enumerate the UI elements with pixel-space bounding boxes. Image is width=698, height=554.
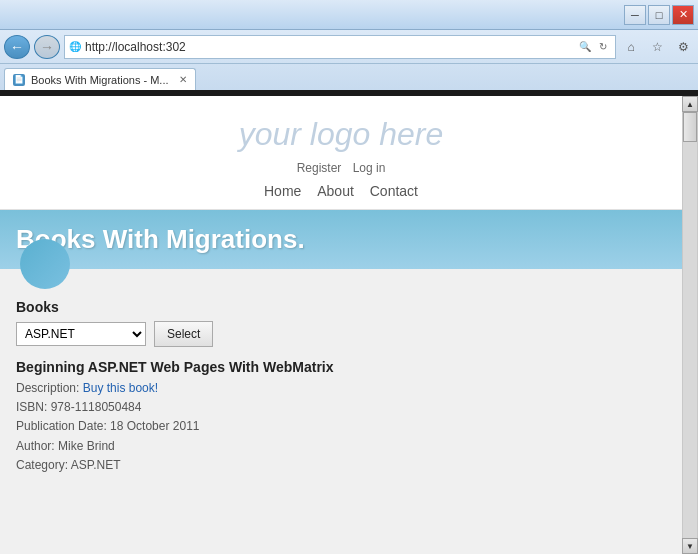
books-dropdown[interactable]: ASP.NET Entity Framework MVC WebMatrix [16, 322, 146, 346]
scroll-down-button[interactable]: ▼ [682, 538, 698, 554]
books-select-row: ASP.NET Entity Framework MVC WebMatrix S… [16, 321, 666, 347]
book-isbn: ISBN: 978-1118050484 [16, 398, 666, 417]
browser-chrome: ← → 🌐 http://localhost:302 🔍 ↻ ⌂ ☆ ⚙ 📄 B… [0, 30, 698, 96]
forward-button[interactable]: → [34, 35, 60, 59]
tab-label: Books With Migrations - M... [31, 74, 169, 86]
scroll-thumb[interactable] [683, 112, 697, 142]
register-link[interactable]: Register [297, 161, 342, 175]
tabs-bar: 📄 Books With Migrations - M... ✕ [0, 64, 698, 90]
tab-favicon: 📄 [13, 74, 25, 86]
author-value: Mike Brind [58, 439, 115, 453]
isbn-value: 978-1118050484 [51, 400, 142, 414]
maximize-button[interactable]: □ [648, 5, 670, 25]
nav-bar: ← → 🌐 http://localhost:302 🔍 ↻ ⌂ ☆ ⚙ [0, 30, 698, 64]
address-actions: 🔍 ↻ [577, 38, 611, 56]
tab-close-button[interactable]: ✕ [179, 74, 187, 85]
nav-contact[interactable]: Contact [370, 183, 418, 199]
scroll-up-button[interactable]: ▲ [682, 96, 698, 112]
pub-label: Publication Date: [16, 419, 107, 433]
back-button[interactable]: ← [4, 35, 30, 59]
book-details: Beginning ASP.NET Web Pages With WebMatr… [16, 359, 666, 475]
isbn-label: ISBN: [16, 400, 47, 414]
pub-value: 18 October 2011 [110, 419, 199, 433]
book-author: Author: Mike Brind [16, 437, 666, 456]
nav-about[interactable]: About [317, 183, 354, 199]
select-button[interactable]: Select [154, 321, 213, 347]
description-value: Buy this book! [83, 381, 158, 395]
site-nav: Home About Contact [0, 183, 682, 199]
address-bar[interactable]: 🌐 http://localhost:302 🔍 ↻ [64, 35, 616, 59]
description-label: Description: [16, 381, 79, 395]
site-logo: your logo here [0, 116, 682, 153]
address-text: http://localhost:302 [85, 40, 573, 54]
refresh-button[interactable]: ↻ [595, 38, 611, 56]
site-header: your logo here Register Log in Home Abou… [0, 96, 682, 210]
favorites-button[interactable]: ☆ [646, 37, 668, 57]
author-label: Author: [16, 439, 55, 453]
minimize-button[interactable]: ─ [624, 5, 646, 25]
title-bar: ─ □ ✕ [0, 0, 698, 30]
home-toolbar-button[interactable]: ⌂ [620, 37, 642, 57]
hero-banner: Books With Migrations. [0, 210, 682, 269]
login-link[interactable]: Log in [353, 161, 386, 175]
window-controls: ─ □ ✕ [624, 5, 694, 25]
hero-title: Books With Migrations. [16, 224, 666, 255]
book-title: Beginning ASP.NET Web Pages With WebMatr… [16, 359, 666, 375]
browser-body: your logo here Register Log in Home Abou… [0, 96, 698, 554]
category-value: ASP.NET [71, 458, 121, 472]
book-info: Description: Buy this book! ISBN: 978-11… [16, 379, 666, 475]
settings-button[interactable]: ⚙ [672, 37, 694, 57]
book-pub-date: Publication Date: 18 October 2011 [16, 417, 666, 436]
scrollbar: ▲ ▼ [682, 96, 698, 554]
site-auth-links: Register Log in [0, 161, 682, 175]
page-content: your logo here Register Log in Home Abou… [0, 96, 682, 554]
active-tab[interactable]: 📄 Books With Migrations - M... ✕ [4, 68, 196, 90]
search-address-button[interactable]: 🔍 [577, 38, 593, 56]
nav-home[interactable]: Home [264, 183, 301, 199]
books-label: Books [16, 299, 666, 315]
book-category: Category: ASP.NET [16, 456, 666, 475]
page-body: Books ASP.NET Entity Framework MVC WebMa… [0, 269, 682, 554]
close-button[interactable]: ✕ [672, 5, 694, 25]
book-description: Description: Buy this book! [16, 379, 666, 398]
page-icon: 🌐 [69, 41, 81, 52]
hero-circle [20, 239, 70, 289]
category-label: Category: [16, 458, 68, 472]
scroll-track[interactable] [683, 112, 697, 538]
